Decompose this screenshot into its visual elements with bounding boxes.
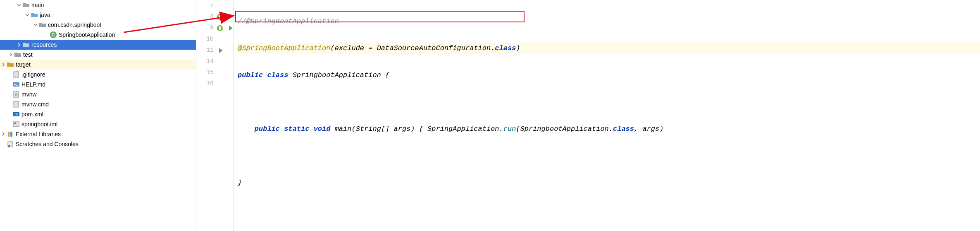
scratch-icon <box>7 140 14 148</box>
maven-icon: m <box>12 111 20 118</box>
code-line: @SpringBootApplication(exclude = DataSou… <box>238 43 980 54</box>
tree-item-package[interactable]: com.csdn.springboot <box>0 20 196 30</box>
file-icon <box>12 91 20 98</box>
class-icon: C <box>50 31 57 38</box>
chevron-down-icon <box>24 12 31 18</box>
tree-item-main[interactable]: main <box>0 0 196 10</box>
svg-point-16 <box>8 145 10 147</box>
tree-label: .gitignore <box>21 70 45 79</box>
spring-bean-icon[interactable] <box>216 13 224 21</box>
code-line <box>238 204 980 215</box>
svg-rect-6 <box>14 91 19 97</box>
tree-label: java <box>40 10 50 20</box>
run-gutter-icon[interactable] <box>226 24 234 32</box>
tree-label: SpringbootApplication <box>59 30 115 40</box>
code-line: //@SpringBootApplication <box>238 16 980 27</box>
svg-text:MD: MD <box>14 83 19 86</box>
code-body[interactable]: //@SpringBootApplication @SpringBootAppl… <box>234 0 980 231</box>
chevron-right-icon <box>0 61 7 68</box>
tree-label: resources <box>31 40 57 50</box>
spring-bean-icon[interactable] <box>216 24 224 32</box>
tree-label: com.csdn.springboot <box>48 20 101 30</box>
chevron-right-icon <box>16 41 22 48</box>
svg-rect-10 <box>13 122 19 127</box>
chevron-down-icon <box>16 2 22 8</box>
code-line: } <box>238 177 980 188</box>
line-number: 11 <box>204 47 214 54</box>
tree-label: target <box>16 60 31 70</box>
project-tree[interactable]: main java com.csdn.springboot C Spr <box>0 0 196 231</box>
chevron-down-icon <box>32 22 39 28</box>
tree-label: main <box>31 0 44 10</box>
line-number: 14 <box>204 58 214 65</box>
code-line <box>238 96 980 108</box>
run-gutter-icon[interactable] <box>216 47 224 54</box>
tree-item-java[interactable]: java <box>0 10 196 20</box>
tree-item-gitignore[interactable]: .gitignore <box>0 70 196 79</box>
svg-rect-12 <box>8 132 9 137</box>
svg-rect-11 <box>14 123 16 124</box>
code-line: public class SpringbootApplication { <box>238 70 980 81</box>
svg-text:m: m <box>14 112 18 116</box>
folder-icon <box>31 11 38 19</box>
tree-label: test <box>23 50 33 60</box>
svg-rect-3 <box>14 72 19 77</box>
tree-item-help[interactable]: MD HELP.md <box>0 79 196 89</box>
file-icon <box>12 71 20 78</box>
tree-item-resources[interactable]: resources <box>0 40 196 50</box>
svg-text:C: C <box>52 32 55 37</box>
code-editor[interactable]: 7 8 9 10 11 14 15 16 //@SpringBootApplic… <box>196 0 980 231</box>
line-number: 7 <box>204 2 214 9</box>
folder-icon <box>7 61 14 68</box>
svg-rect-7 <box>14 101 19 107</box>
line-number: 9 <box>204 24 214 31</box>
svg-rect-14 <box>11 132 12 137</box>
tree-label: pom.xml <box>21 109 43 119</box>
tree-label: mvnw <box>21 89 37 99</box>
file-icon <box>12 101 20 108</box>
tree-label: mvnw.cmd <box>21 99 49 109</box>
gutter: 7 8 9 10 11 14 15 16 <box>196 0 234 231</box>
tree-item-target[interactable]: target <box>0 60 196 70</box>
line-number: 15 <box>204 69 214 76</box>
tree-item-iml[interactable]: springboot.iml <box>0 119 196 129</box>
tree-label: External Libraries <box>16 129 61 139</box>
chevron-right-icon <box>7 51 14 58</box>
tree-item-pom[interactable]: m pom.xml <box>0 109 196 119</box>
tree-label: springboot.iml <box>21 119 57 129</box>
folder-icon <box>22 41 30 48</box>
module-icon <box>12 120 20 128</box>
library-icon <box>7 130 14 138</box>
svg-point-0 <box>43 24 45 27</box>
tree-item-mvnwcmd[interactable]: mvnw.cmd <box>0 99 196 109</box>
line-number: 10 <box>204 36 214 43</box>
tree-item-appclass[interactable]: C SpringbootApplication <box>0 30 196 40</box>
svg-rect-13 <box>10 132 11 137</box>
tree-item-external-libs[interactable]: External Libraries <box>0 129 196 139</box>
folder-icon <box>14 51 21 58</box>
tree-label: HELP.md <box>21 79 45 89</box>
tree-item-mvnw[interactable]: mvnw <box>0 89 196 99</box>
code-line <box>238 150 980 161</box>
folder-icon <box>22 1 30 9</box>
line-number: 16 <box>204 80 214 87</box>
tree-item-scratches[interactable]: Scratches and Consoles <box>0 139 196 149</box>
line-number: 8 <box>204 13 214 20</box>
markdown-icon: MD <box>12 81 20 88</box>
package-icon <box>39 21 46 29</box>
tree-label: Scratches and Consoles <box>16 139 79 149</box>
chevron-right-icon <box>0 131 7 137</box>
code-line: public static void main(String[] args) {… <box>238 123 980 135</box>
tree-item-test[interactable]: test <box>0 50 196 60</box>
